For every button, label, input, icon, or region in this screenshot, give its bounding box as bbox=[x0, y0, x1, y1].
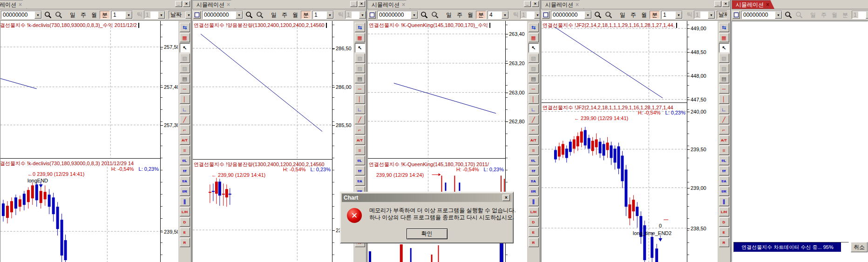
pattern-e-icon[interactable]: E bbox=[180, 228, 190, 237]
pattern-e-icon[interactable]: E bbox=[529, 228, 539, 237]
fibo-arc-icon[interactable]: f/A bbox=[355, 176, 365, 186]
vertical-line-icon[interactable]: │ bbox=[719, 94, 729, 104]
pattern-r-icon[interactable]: R bbox=[719, 238, 729, 247]
zigzag-icon[interactable]: L/H bbox=[719, 207, 729, 216]
pattern-r-icon[interactable]: R bbox=[529, 238, 539, 247]
trend-line-icon[interactable]: ╱ bbox=[355, 115, 365, 124]
cursor-icon[interactable]: ↖ bbox=[529, 43, 539, 53]
zoom-out-icon[interactable] bbox=[255, 11, 264, 19]
text-tool-icon[interactable]: A/T bbox=[355, 135, 365, 145]
step-line-icon[interactable]: ∟ bbox=[355, 105, 365, 114]
minimize-button[interactable]: _ bbox=[175, 1, 182, 7]
chevron-down-icon[interactable]: ▼ bbox=[236, 11, 243, 19]
chevron-down-icon[interactable]: ▼ bbox=[411, 11, 418, 19]
half-line-icon[interactable]: ⌐ bbox=[529, 125, 539, 134]
cursor-icon[interactable]: ↖ bbox=[355, 43, 365, 53]
period-button-월[interactable]: 월 bbox=[639, 11, 649, 19]
zoom-out-icon[interactable] bbox=[604, 11, 613, 19]
cursor-icon[interactable]: ↖ bbox=[180, 43, 190, 53]
pattern-e-icon[interactable]: E bbox=[719, 228, 729, 237]
chart-grid-icon[interactable]: ▦ bbox=[719, 33, 729, 42]
chart-area[interactable]: 연결선물지수 !JF2(2,14,2,18,1,1,1,29,1,16,1,28… bbox=[541, 21, 687, 262]
period-button-월[interactable]: 월 bbox=[290, 11, 300, 19]
parallel-lines-icon[interactable]: ∥ bbox=[529, 197, 539, 206]
tab-close-icon[interactable]: × bbox=[576, 1, 579, 8]
period-button-분[interactable]: 분 bbox=[100, 11, 110, 19]
fibo-arc-icon[interactable]: f/A bbox=[719, 176, 729, 186]
period-button-일[interactable]: 일 bbox=[68, 11, 78, 19]
close-button[interactable]: × bbox=[722, 1, 729, 7]
date-combo[interactable]: 날짜 ▼ bbox=[169, 11, 191, 19]
fibo-ratio-icon[interactable]: f/R bbox=[719, 187, 729, 196]
chevron-down-icon[interactable]: ▼ bbox=[775, 11, 782, 19]
cursor-icon[interactable]: ↖ bbox=[719, 43, 729, 53]
symbol-combo[interactable]: 00000000 ▼ bbox=[377, 11, 418, 19]
close-button[interactable]: × bbox=[358, 1, 365, 7]
half-line-icon[interactable]: ⌐ bbox=[180, 125, 190, 134]
step-line-icon[interactable]: ∟ bbox=[180, 105, 190, 114]
period-button-분[interactable]: 분 bbox=[650, 11, 660, 19]
period-button-월[interactable]: 월 bbox=[89, 11, 99, 19]
minute-combo[interactable]: 1 ▼ bbox=[111, 11, 133, 19]
zoom-in-icon[interactable] bbox=[593, 11, 603, 19]
chart-grid-icon[interactable]: ▦ bbox=[529, 33, 539, 42]
zigzag-icon[interactable]: L/H bbox=[180, 207, 190, 216]
erase-all-icon[interactable]: ▤ bbox=[529, 74, 539, 83]
zoom-in-icon[interactable] bbox=[784, 11, 793, 19]
step-line-icon[interactable]: ∟ bbox=[529, 105, 539, 114]
erase-all-icon[interactable]: ▤ bbox=[180, 74, 190, 83]
symbol-combo[interactable]: 00000000 ▼ bbox=[741, 11, 782, 19]
pattern-r-icon[interactable]: R bbox=[180, 238, 190, 247]
chart-grid-icon[interactable]: ▦ bbox=[180, 33, 190, 42]
close-button[interactable]: × bbox=[532, 1, 539, 7]
parallel-lines-icon[interactable]: ∥ bbox=[180, 197, 190, 206]
symbol-combo[interactable]: 00000000 ▼ bbox=[551, 11, 592, 19]
parallel-lines-icon[interactable]: ∥ bbox=[719, 197, 729, 206]
zoom-out-icon[interactable] bbox=[430, 11, 440, 19]
dialog-close-button[interactable]: × bbox=[502, 195, 510, 201]
step-line-icon[interactable]: ∟ bbox=[719, 105, 729, 114]
chart-area[interactable]: 연결선물지수 !k-declivis(730,180,93000,0,8,3)_… bbox=[0, 21, 160, 262]
half-line-icon[interactable]: ⌐ bbox=[719, 125, 729, 134]
period-button-주[interactable]: 주 bbox=[279, 11, 290, 19]
fibo-retrace-icon[interactable]: ≡ bbox=[180, 146, 190, 155]
minimize-button[interactable]: _ bbox=[524, 1, 531, 7]
fibo-line-icon[interactable]: f/L bbox=[355, 156, 365, 165]
fibo-fan-icon[interactable]: f/f bbox=[180, 166, 190, 175]
close-button[interactable]: × bbox=[183, 1, 190, 7]
pattern-d-icon[interactable]: D bbox=[180, 217, 190, 227]
horizontal-line-icon[interactable]: ─ bbox=[355, 84, 365, 94]
fibo-ratio-icon[interactable]: f/R bbox=[180, 187, 190, 196]
chevron-down-icon[interactable]: ▼ bbox=[502, 11, 509, 19]
fibo-fan-icon[interactable]: f/f bbox=[529, 166, 539, 175]
tab-simulation[interactable]: 시뮬레이션 × bbox=[367, 0, 410, 9]
fibo-arc-icon[interactable]: f/A bbox=[529, 176, 539, 186]
erase-all-icon[interactable]: ▤ bbox=[719, 74, 729, 83]
minute-combo[interactable]: 1 ▼ bbox=[661, 11, 683, 19]
window-icon[interactable] bbox=[732, 11, 740, 19]
fibo-retrace-icon[interactable]: ≡ bbox=[529, 146, 539, 155]
tab-close-icon[interactable]: × bbox=[766, 1, 769, 8]
zoom-out-icon[interactable] bbox=[54, 11, 63, 19]
chevron-down-icon[interactable]: ▼ bbox=[675, 11, 682, 19]
period-button-주[interactable]: 주 bbox=[628, 11, 638, 19]
tab-close-icon[interactable]: × bbox=[19, 1, 22, 8]
minimize-button[interactable]: _ bbox=[714, 1, 721, 7]
cancel-button[interactable]: 취소 bbox=[851, 242, 868, 252]
refresh-icon[interactable]: ⇆ bbox=[719, 23, 729, 32]
fibo-retrace-icon[interactable]: ≡ bbox=[355, 146, 365, 155]
period-button-일[interactable]: 일 bbox=[269, 11, 279, 19]
chevron-down-icon[interactable]: ▼ bbox=[326, 11, 333, 19]
window-icon[interactable] bbox=[542, 11, 549, 19]
fibo-arc-icon[interactable]: f/A bbox=[180, 176, 190, 186]
trend-line-icon[interactable]: ╱ bbox=[719, 115, 729, 124]
period-button-일[interactable]: 일 bbox=[617, 11, 628, 19]
text-tool-icon[interactable]: A/T bbox=[529, 135, 539, 145]
symbol-combo[interactable]: 00000000 ▼ bbox=[1, 11, 42, 19]
fibo-line-icon[interactable]: f/L bbox=[529, 156, 539, 165]
vertical-line-icon[interactable]: │ bbox=[355, 94, 365, 104]
ok-button[interactable]: 확인 bbox=[407, 228, 448, 239]
chevron-down-icon[interactable]: ▼ bbox=[125, 11, 132, 19]
zoom-in-icon[interactable] bbox=[244, 11, 254, 19]
horizontal-line-icon[interactable]: ─ bbox=[529, 84, 539, 94]
